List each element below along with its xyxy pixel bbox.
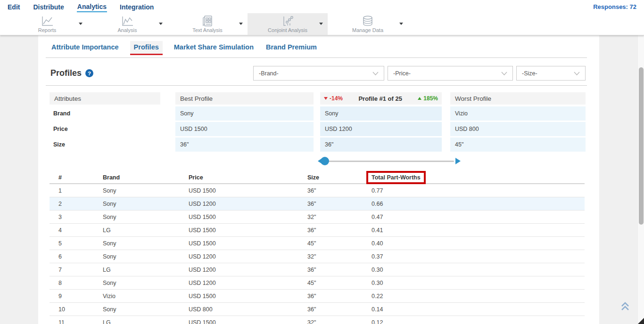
table-cell: USD 1500 (189, 187, 307, 194)
table-row[interactable]: 2SonyUSD 120036"0.66 (50, 197, 585, 211)
attribute-label: Size (50, 138, 160, 152)
divider (46, 57, 587, 58)
table-row[interactable]: 3SonyUSD 150032"0.47 (50, 211, 585, 224)
scroll-to-top-button[interactable] (619, 301, 632, 313)
current-profile-header: -14% Profile #1 of 25 185% (320, 92, 442, 105)
price-filter-dropdown[interactable]: -Price- (388, 66, 513, 81)
slider-track[interactable] (323, 161, 454, 162)
toolbar-group-conjoint-analysis[interactable]: Conjoint Analysis (248, 13, 328, 35)
caret-down-icon[interactable] (79, 23, 83, 25)
toolbar-group-reports[interactable]: Reports (7, 13, 87, 35)
table-row[interactable]: 9VizioUSD 150036"0.22 (50, 290, 585, 303)
attribute-label: Price (50, 122, 160, 136)
table-row[interactable]: 5SonyUSD 150045"0.40 (50, 237, 585, 250)
toolbar-group-text-analysis[interactable]: Text Analysis (167, 13, 248, 35)
table-row[interactable]: 8SonyUSD 120045"0.30 (50, 276, 585, 290)
menu-item-distribute[interactable]: Distribute (33, 2, 64, 12)
worst-profile-column: Worst Profile Vizio USD 800 45" (450, 92, 586, 153)
table-cell: 6 (58, 253, 103, 260)
table-cell: USD 1200 (189, 280, 307, 286)
table-cell: LG (103, 267, 189, 273)
menu-item-edit[interactable]: Edit (7, 2, 20, 12)
attribute-label: Brand (50, 106, 160, 121)
tab-brand-premium[interactable]: Brand Premium (265, 41, 318, 55)
table-cell: Sony (103, 187, 189, 194)
table-cell: 7 (58, 267, 103, 273)
table-cell: 36" (307, 267, 372, 273)
table-row[interactable]: 7LGUSD 120036"0.30 (50, 263, 585, 276)
scrollbar-thumb[interactable] (639, 67, 644, 225)
table-cell: 5 (58, 240, 103, 247)
table-cell: USD 1500 (189, 214, 307, 220)
table-cell: 36" (307, 201, 372, 207)
current-profile-column: -14% Profile #1 of 25 185% Sony USD 1200… (320, 92, 442, 153)
table-cell: Sony (103, 201, 189, 207)
table-cell: 45" (307, 240, 372, 247)
attributes-header: Attributes (50, 92, 160, 105)
table-cell: 32" (307, 319, 372, 324)
caret-down-icon[interactable] (399, 23, 403, 25)
best-profile-column: Best Profile Sony USD 1500 36" (175, 92, 314, 153)
profiles-table: # Brand Price Size Total Part-Worths 1So… (50, 171, 585, 324)
table-cell: USD 1200 (189, 253, 307, 260)
size-filter-value: -Size- (522, 70, 537, 77)
tab-profiles[interactable]: Profiles (130, 41, 163, 55)
decrease-badge: -14% (324, 95, 343, 102)
profile-slider[interactable] (320, 156, 457, 166)
table-cell: Vizio (103, 293, 189, 300)
table-row[interactable]: 10SonyUSD 80036"0.14 (50, 303, 585, 316)
table-cell: 1 (58, 187, 103, 194)
analytics-toolbar: Reports Analysis (0, 13, 644, 35)
attributes-column: Attributes Brand Price Size (50, 92, 160, 153)
table-cell: 9 (58, 293, 103, 300)
table-cell: 45" (307, 280, 372, 286)
trend-chart-icon (120, 15, 134, 27)
slider-handle[interactable] (321, 157, 329, 165)
table-row[interactable]: 4LGUSD 150036"0.41 (50, 224, 585, 237)
triangle-up-icon (418, 97, 421, 100)
resize-grip-icon (638, 318, 644, 324)
responses-count: Responses: 72 (593, 3, 636, 10)
best-profile-value: Sony (175, 106, 314, 121)
toolbar-group-manage-data[interactable]: Manage Data (328, 13, 408, 35)
app-header: Edit Distribute Analytics Integration Re… (0, 0, 644, 35)
table-cell: 36" (307, 187, 372, 194)
toolbar-group-analysis[interactable]: Analysis (87, 13, 167, 35)
menu-item-integration[interactable]: Integration (119, 2, 154, 12)
table-row[interactable]: 11LGUSD 150032"0.12 (50, 316, 585, 324)
tab-market-share-simulation[interactable]: Market Share Simulation (173, 41, 255, 55)
worst-profile-value: Vizio (450, 106, 586, 121)
worst-profile-value: USD 800 (450, 122, 586, 136)
table-cell: 0.66 (372, 201, 585, 207)
table-row[interactable]: 6SonyUSD 120032"0.37 (50, 250, 585, 263)
page-title: Profiles (50, 68, 82, 78)
table-row[interactable]: 1SonyUSD 150036"0.77 (50, 184, 585, 197)
toolbar-group-label: Conjoint Analysis (268, 27, 307, 33)
line-chart-icon (40, 15, 54, 27)
tab-attribute-importance[interactable]: Attribute Importance (50, 41, 120, 55)
caret-down-icon[interactable] (159, 23, 163, 25)
table-cell: 0.30 (372, 280, 585, 286)
caret-down-icon[interactable] (319, 23, 323, 25)
best-profile-value: 36" (175, 138, 314, 152)
table-cell: 32" (307, 253, 372, 260)
size-filter-dropdown[interactable]: -Size- (516, 66, 586, 81)
table-body: 1SonyUSD 150036"0.772SonyUSD 120036"0.66… (50, 184, 585, 324)
caret-down-icon[interactable] (239, 23, 243, 25)
table-cell: Sony (103, 240, 189, 247)
table-cell: 0.37 (372, 253, 585, 260)
scrollbar[interactable] (637, 35, 644, 324)
help-icon[interactable]: ? (85, 69, 93, 77)
triangle-down-icon (324, 97, 328, 100)
table-cell: 4 (58, 227, 103, 234)
brand-filter-dropdown[interactable]: -Brand- (253, 66, 384, 81)
column-header-number: # (58, 174, 103, 181)
table-cell: 36" (307, 227, 372, 234)
menu-item-analytics[interactable]: Analytics (77, 1, 107, 12)
table-header-row: # Brand Price Size Total Part-Worths (50, 171, 585, 184)
toolbar-group-label: Reports (38, 27, 57, 33)
toolbar-group-label: Text Analysis (192, 27, 223, 33)
table-cell: USD 1200 (189, 201, 307, 207)
slider-next-arrow-icon[interactable] (455, 158, 461, 164)
table-cell: LG (103, 227, 189, 234)
